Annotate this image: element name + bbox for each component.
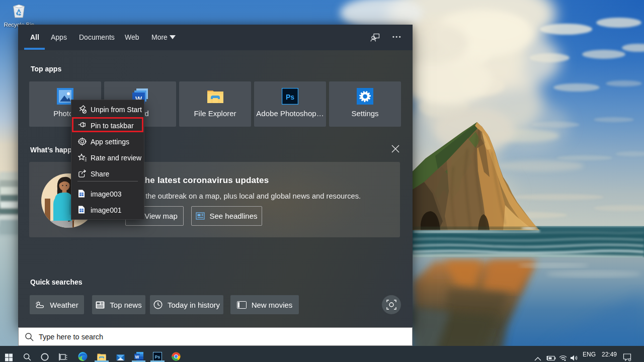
svg-text:W: W	[135, 354, 139, 359]
svg-text:Ps: Ps	[286, 93, 294, 101]
svg-text:Ps: Ps	[155, 354, 160, 359]
